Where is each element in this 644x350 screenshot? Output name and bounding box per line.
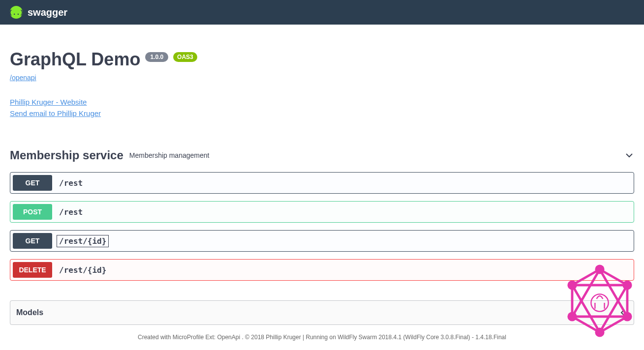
chevron-down-icon: [624, 150, 634, 160]
method-badge: DELETE: [13, 262, 52, 278]
api-title: GraphQL Demo: [10, 49, 140, 70]
tag-description: Membership management: [129, 151, 624, 159]
contact-email-link[interactable]: Send email to Phillip Kruger: [10, 108, 634, 119]
method-badge: GET: [13, 233, 52, 249]
api-title-row: GraphQL Demo 1.0.0 OAS3: [10, 49, 634, 70]
operation-get-0[interactable]: GET/rest: [10, 172, 634, 194]
footer-text: Created with MicroProfile Ext: OpenApi .…: [10, 334, 634, 350]
topbar: {..} swagger: [0, 0, 644, 25]
operation-delete-3[interactable]: DELETE/rest/{id}: [10, 259, 634, 281]
operation-path: /rest: [57, 206, 85, 218]
tag-name: Membership service: [10, 148, 123, 162]
operation-path: /rest/{id}: [57, 235, 108, 247]
operation-get-2[interactable]: GET/rest/{id}: [10, 230, 634, 252]
oas-badge: OAS3: [173, 52, 197, 62]
tag-header[interactable]: Membership service Membership management: [10, 144, 634, 167]
method-badge: POST: [13, 204, 52, 220]
models-header[interactable]: Models: [10, 301, 634, 324]
base-url-link[interactable]: /openapi: [10, 74, 36, 82]
contact-website-link[interactable]: Phillip Kruger - Website: [10, 97, 634, 108]
version-badge: 1.0.0: [145, 52, 168, 62]
operation-path: /rest/{id}: [57, 264, 108, 276]
operations-list: GET/restPOST/restGET/rest/{id}DELETE/res…: [10, 172, 634, 281]
chevron-left-icon: [618, 308, 628, 318]
operation-post-1[interactable]: POST/rest: [10, 201, 634, 223]
operation-path: /rest: [57, 177, 85, 189]
topbar-title: swagger: [28, 7, 67, 18]
method-badge: GET: [13, 175, 52, 191]
topbar-logo[interactable]: {..} swagger: [10, 6, 67, 19]
models-section: Models: [10, 300, 634, 325]
swagger-logo-icon: {..}: [10, 6, 23, 19]
models-title: Models: [16, 308, 43, 317]
contact-links: Phillip Kruger - Website Send email to P…: [10, 97, 634, 119]
api-info: GraphQL Demo 1.0.0 OAS3 /openapi Phillip…: [10, 49, 634, 119]
tag-section: Membership service Membership management…: [10, 144, 634, 281]
